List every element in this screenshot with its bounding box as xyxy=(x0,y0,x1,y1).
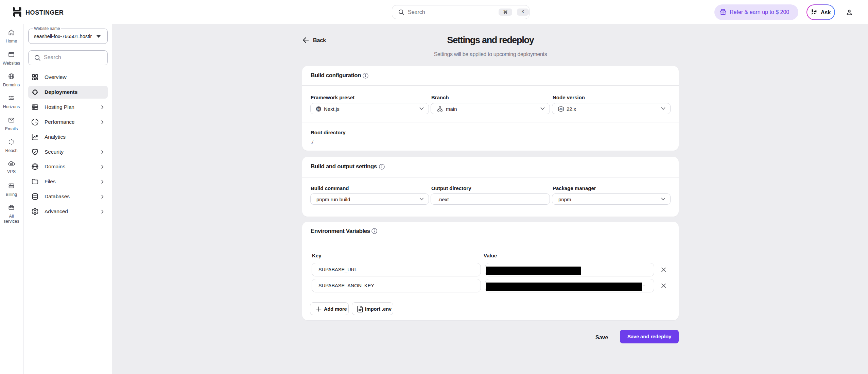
svg-text:JS: JS xyxy=(559,107,562,111)
